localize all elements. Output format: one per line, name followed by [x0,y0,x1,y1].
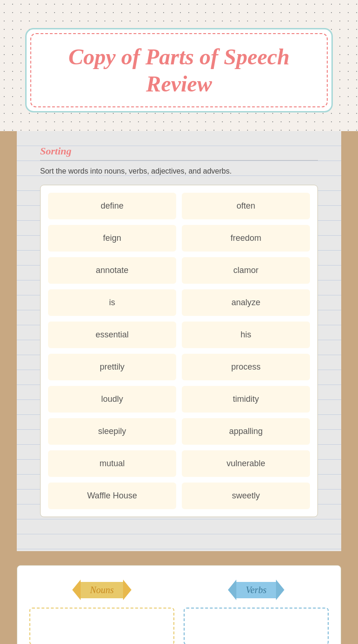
verbs-ribbon-left [222,580,236,600]
nouns-ribbon-center: Nouns [81,582,123,598]
title-box: Copy of Parts of Speech Review [25,28,333,112]
top-section: Copy of Parts of Speech Review [0,0,358,131]
word-card-mutual[interactable]: mutual [48,450,176,477]
nouns-drop-area[interactable] [29,608,174,644]
word-card-often[interactable]: often [182,193,310,219]
word-card-freedom[interactable]: freedom [182,225,310,252]
word-card-waffle-house[interactable]: Waffle House [48,483,176,509]
word-grid: define often feign freedom annotate clam… [40,185,318,517]
word-card-prettily[interactable]: prettily [48,354,176,380]
word-card-his[interactable]: his [182,322,310,348]
nouns-ribbon: Nouns [55,580,149,600]
word-card-timidity[interactable]: timidity [182,386,310,413]
word-card-is[interactable]: is [48,289,176,316]
word-card-sleepily[interactable]: sleepily [48,418,176,445]
word-card-clamor[interactable]: clamor [182,257,310,284]
nouns-column: Nouns [25,575,179,644]
nouns-ribbon-left [67,580,81,600]
verbs-column: Verbs [179,575,333,644]
main-content: Sorting Sort the words into nouns, verbs… [17,131,341,551]
word-card-process[interactable]: process [182,354,310,380]
word-card-annotate[interactable]: annotate [48,257,176,284]
verbs-drop-area[interactable] [184,608,329,644]
sorting-categories: Nouns Verbs [17,565,341,644]
page-title: Copy of Parts of Speech Review [50,43,308,97]
word-card-essential[interactable]: essential [48,322,176,348]
word-card-feign[interactable]: feign [48,225,176,252]
verbs-label: Verbs [246,585,266,595]
nouns-label: Nouns [90,585,114,595]
verbs-ribbon-right [276,580,290,600]
verbs-ribbon: Verbs [210,580,303,600]
word-card-analyze[interactable]: analyze [182,289,310,316]
word-card-sweetly[interactable]: sweetly [182,483,310,509]
word-card-appalling[interactable]: appalling [182,418,310,445]
sorting-description: Sort the words into nouns, verbs, adject… [40,167,318,175]
word-card-loudly[interactable]: loudly [48,386,176,413]
word-card-define[interactable]: define [48,193,176,219]
sorting-section-title: Sorting [40,145,318,161]
verbs-ribbon-center: Verbs [236,582,275,598]
nouns-ribbon-right [123,580,137,600]
word-card-vulnerable[interactable]: vulnerable [182,450,310,477]
